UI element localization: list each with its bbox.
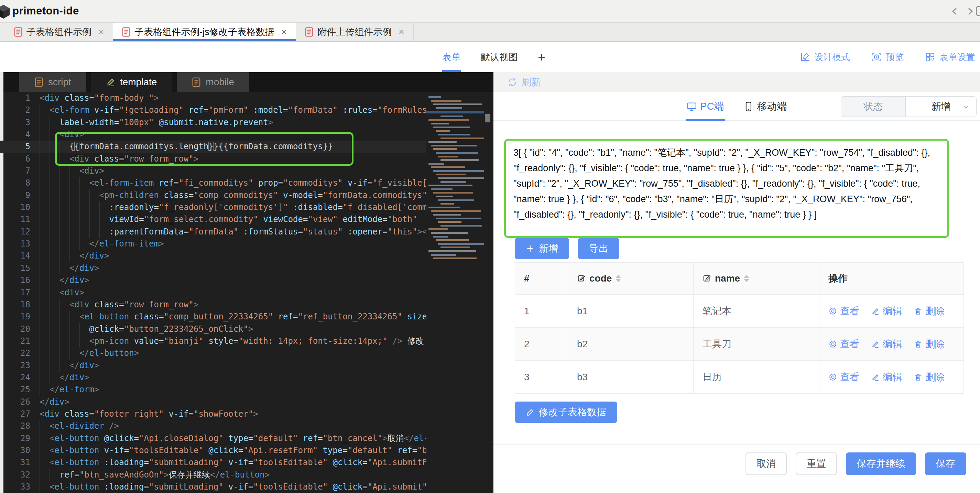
code-line[interactable]: 6<div class="row form_row"> bbox=[0, 153, 426, 165]
code-line[interactable]: 17<div> bbox=[0, 287, 426, 299]
refresh-icon bbox=[507, 77, 517, 87]
tab-mobile[interactable]: 移动端 bbox=[743, 92, 787, 121]
row-action-edit[interactable]: 编辑 bbox=[871, 305, 902, 318]
add-view-button[interactable]: + bbox=[538, 42, 546, 72]
col-code[interactable]: code bbox=[568, 262, 694, 294]
tab-default-view[interactable]: 默认视图 bbox=[481, 42, 518, 72]
code-line[interactable]: 19<el-button class="comp_button_22334265… bbox=[0, 311, 426, 323]
row-action-delete[interactable]: 删除 bbox=[914, 305, 945, 318]
code-line[interactable]: 11viewId="form_select.commodity" viewCod… bbox=[0, 213, 426, 226]
col-name[interactable]: name bbox=[694, 262, 819, 294]
doc-tab-1[interactable]: 子表格组件示例 × bbox=[5, 23, 113, 41]
line-number: 26 bbox=[0, 396, 30, 408]
design-mode-button[interactable]: 设计模式 bbox=[800, 51, 850, 63]
table-cell: 2 bbox=[515, 328, 568, 360]
minimap-line bbox=[433, 192, 473, 194]
table-row: 3b3日历查看编辑删除 bbox=[515, 360, 964, 393]
cancel-button[interactable]: 取消 bbox=[746, 452, 787, 475]
tab-pc[interactable]: PC端 bbox=[686, 92, 724, 121]
code-line[interactable]: 7<div> bbox=[0, 165, 426, 177]
close-icon[interactable]: × bbox=[281, 27, 287, 37]
row-action-view[interactable]: 查看 bbox=[828, 337, 859, 351]
row-actions: 查看编辑删除 bbox=[819, 295, 964, 327]
code-line[interactable]: 3label-width="100px" @submit.native.prev… bbox=[0, 116, 426, 129]
save-icon[interactable] bbox=[975, 5, 980, 17]
row-action-edit[interactable]: 编辑 bbox=[871, 337, 902, 351]
sort-icons[interactable] bbox=[616, 275, 620, 282]
doc-tab-2[interactable]: 子表格组件示例-js修改子表格数据 × bbox=[113, 23, 296, 41]
add-row-button[interactable]: 新增 bbox=[515, 238, 569, 259]
code-line[interactable]: 2<el-form v-if="!getLoading" ref="pmForm… bbox=[0, 104, 426, 116]
minimap-line bbox=[431, 254, 456, 256]
close-icon[interactable]: × bbox=[399, 27, 404, 37]
line-number: 6 bbox=[0, 153, 30, 165]
code-line[interactable]: 9<pm-children class="comp_commoditys" v-… bbox=[0, 189, 426, 202]
code-line[interactable]: 28<el-divider /> bbox=[0, 420, 426, 432]
reset-button[interactable]: 重置 bbox=[796, 452, 837, 475]
code-line[interactable]: 4<div> bbox=[0, 129, 426, 141]
footer-divider bbox=[493, 444, 980, 445]
delete-icon bbox=[914, 340, 923, 348]
row-action-delete[interactable]: 删除 bbox=[914, 337, 945, 351]
export-button[interactable]: 导出 bbox=[578, 238, 619, 259]
editor-scrollbar-thumb[interactable] bbox=[485, 114, 490, 122]
code-line[interactable]: 15</div> bbox=[0, 262, 426, 274]
history-forward-icon[interactable] bbox=[964, 5, 977, 18]
status-value[interactable]: 新增 bbox=[906, 97, 976, 116]
minimap-line bbox=[441, 225, 482, 227]
form-settings-button[interactable]: 表单设置 bbox=[925, 51, 975, 63]
code-line[interactable]: 32ref="btn_saveAndGoOn">保存并继续</el-button… bbox=[0, 469, 426, 481]
line-number: 22 bbox=[0, 347, 30, 359]
sort-icons[interactable] bbox=[744, 275, 749, 282]
refresh-button[interactable]: 刷新 bbox=[507, 76, 541, 89]
modify-subtable-button[interactable]: 修改子表格数据 bbox=[515, 402, 617, 423]
code-line[interactable]: 13</el-form-item> bbox=[0, 238, 426, 250]
code-line[interactable]: 33<el-button :loading="submitLoading" v-… bbox=[0, 481, 426, 493]
form-settings-icon bbox=[925, 52, 935, 62]
history-back-icon[interactable] bbox=[948, 5, 961, 18]
line-number: 21 bbox=[0, 335, 30, 347]
editor-tab-mobile[interactable]: mobile bbox=[177, 72, 249, 92]
doc-tab-label: 子表格组件示例-js修改子表格数据 bbox=[134, 26, 274, 38]
line-number: 4 bbox=[0, 129, 30, 141]
save-and-continue-button[interactable]: 保存并继续 bbox=[846, 452, 916, 475]
row-action-view[interactable]: 查看 bbox=[828, 371, 859, 384]
code-editor: script template mobile 1<div class="form… bbox=[0, 72, 493, 493]
code-line[interactable]: 21<pm-icon value="bianji" style="width: … bbox=[0, 335, 426, 347]
code-line[interactable]: 23</div> bbox=[0, 359, 426, 372]
code-line[interactable]: 14</div> bbox=[0, 250, 426, 262]
code-line[interactable]: 5{{formData.commoditys.length}}{{formDat… bbox=[0, 141, 426, 153]
code-line[interactable]: 24</div> bbox=[0, 372, 426, 384]
code-line[interactable]: 30<el-button v-if="toolsEditable" @click… bbox=[0, 445, 426, 456]
minimap-line bbox=[428, 207, 460, 208]
row-action-delete[interactable]: 删除 bbox=[914, 371, 945, 384]
preview-button[interactable]: 预览 bbox=[871, 51, 904, 63]
close-icon[interactable]: × bbox=[99, 27, 104, 37]
code-line[interactable]: 12:parentFormData="formData" :formStatus… bbox=[0, 226, 426, 238]
code-line[interactable]: 20@click="button_22334265_onClick"> bbox=[0, 323, 426, 335]
tab-form[interactable]: 表单 bbox=[442, 42, 461, 72]
minimap-line bbox=[433, 258, 477, 259]
code-line[interactable]: 25</el-form> bbox=[0, 384, 426, 396]
minimap[interactable] bbox=[426, 96, 484, 268]
code-line[interactable]: 16</div> bbox=[0, 274, 426, 286]
code-line[interactable]: 18<div class="row form_row"> bbox=[0, 299, 426, 311]
code-line[interactable]: 27<div class="footer right" v-if="showFo… bbox=[0, 408, 426, 420]
table-body: 1b1笔记本查看编辑删除2b2工具刀查看编辑删除3b3日历查看编辑删除 bbox=[515, 294, 964, 393]
save-button[interactable]: 保存 bbox=[925, 452, 966, 475]
row-action-view[interactable]: 查看 bbox=[828, 305, 859, 318]
code-line[interactable]: 26</div> bbox=[0, 396, 426, 408]
code-line[interactable]: 8<el-form-item ref="fi_commoditys" prop=… bbox=[0, 177, 426, 189]
status-select[interactable]: 状态 新增 bbox=[841, 96, 977, 117]
editor-tab-script[interactable]: script bbox=[19, 72, 86, 92]
doc-tab-3[interactable]: 附件上传组件示例 × bbox=[296, 23, 413, 41]
code-line[interactable]: 31<el-button :loading="submitLoading" v-… bbox=[0, 456, 426, 469]
code-line[interactable]: 1<div class="form-body "> bbox=[0, 92, 426, 104]
minimap-line bbox=[433, 103, 482, 105]
code-line[interactable]: 29<el-button @click="Api.closeDialog" ty… bbox=[0, 433, 426, 445]
code-line[interactable]: 10:readonly="f_readonly['commoditys']" :… bbox=[0, 202, 426, 213]
editor-tab-template[interactable]: template bbox=[91, 72, 172, 92]
row-action-edit[interactable]: 编辑 bbox=[871, 371, 902, 384]
code-line[interactable]: 22</el-button> bbox=[0, 347, 426, 359]
minimap-line bbox=[433, 236, 449, 238]
